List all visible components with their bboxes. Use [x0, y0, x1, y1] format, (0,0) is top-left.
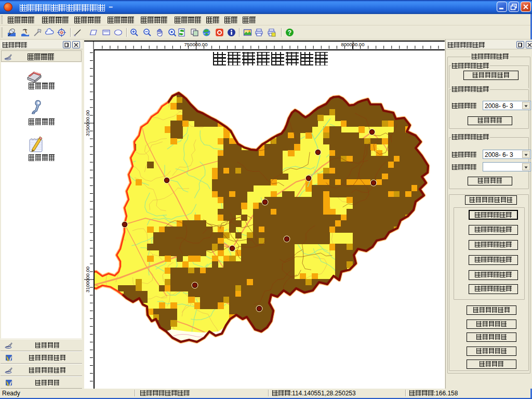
svg-text:?: ? [288, 29, 291, 36]
svg-text:750000.00: 750000.00 [184, 42, 208, 47]
svg-text:3100000.00: 3100000.00 [85, 267, 90, 292]
svg-text:3150000.00: 3150000.00 [85, 110, 90, 136]
svg-text:800000.00: 800000.00 [341, 42, 365, 47]
